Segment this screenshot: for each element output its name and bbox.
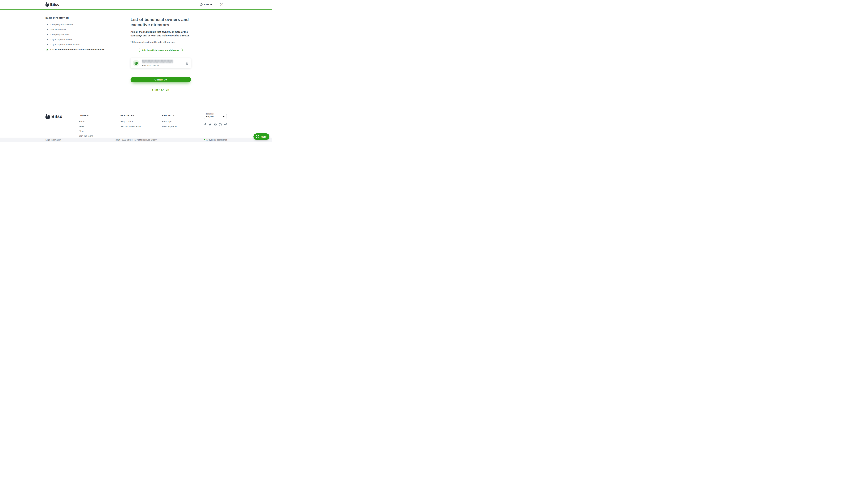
social-links <box>204 123 227 126</box>
bitso-logo-icon <box>45 114 50 119</box>
step-dot-icon <box>47 29 48 30</box>
youtube-icon[interactable] <box>214 123 217 126</box>
footer-link-api-documentation[interactable]: API Documentation <box>121 125 162 128</box>
footer-heading-products: PRODUCTS <box>162 114 204 116</box>
form-content: List of beneficial owners and executive … <box>130 17 191 109</box>
continue-button[interactable]: Continue <box>130 77 191 82</box>
steps-sidebar: BASIC INFORMATION Company information Mo… <box>45 17 130 109</box>
page-description: Add all the individuals that own 0% or m… <box>130 30 191 37</box>
footer-heading-company: COMPANY <box>79 114 121 116</box>
description-bold: all the individuals that own 0% or more … <box>130 31 190 37</box>
instagram-icon[interactable] <box>219 123 222 126</box>
bitso-logo-text: Bitso <box>50 2 60 7</box>
footer-link-home[interactable]: Home <box>79 120 121 123</box>
language-select-value: English <box>206 115 213 118</box>
active-step-arrow-icon <box>47 49 48 51</box>
facebook-icon[interactable] <box>204 123 207 126</box>
avatar <box>133 60 139 66</box>
question-mark-icon: ? <box>256 135 259 138</box>
footer-column-company: COMPANY Home Fees Blog Join the team <box>79 114 121 139</box>
language-switcher[interactable]: ENG <box>200 3 212 6</box>
chevron-down-icon <box>210 4 212 5</box>
footer-heading-resources: RESOURCES <box>121 114 162 116</box>
footer-link-bitso-app[interactable]: Bitso App <box>162 120 204 123</box>
page-title: List of beneficial owners and executive … <box>130 17 191 28</box>
step-dot-icon <box>47 24 48 25</box>
footer-language-select[interactable]: Language English <box>204 114 227 119</box>
footer-bitso-logo[interactable]: Bitso <box>45 114 79 119</box>
footer-logo-text: Bitso <box>51 114 63 119</box>
footer-right-column: Language English <box>204 114 227 126</box>
ownership-note: *If they own less than 0%, add at least … <box>130 41 191 43</box>
sidebar-item-company-information[interactable]: Company information <box>45 22 130 27</box>
sidebar-item-beneficial-owners[interactable]: List of beneficial owners and executive … <box>45 47 130 52</box>
description-prefix: Add <box>130 31 136 33</box>
footer-link-blog[interactable]: Blog <box>79 130 121 132</box>
telegram-icon[interactable] <box>224 123 227 126</box>
step-dot-icon <box>47 44 48 45</box>
step-dot-icon <box>47 39 48 40</box>
person-info: Executive director <box>142 60 186 67</box>
sidebar-item-mobile-number[interactable]: Mobile number <box>45 27 130 32</box>
person-card: Executive director <box>130 58 191 68</box>
finish-later-link[interactable]: FINISH LATER <box>130 89 191 91</box>
footer-link-help-center[interactable]: Help Center <box>121 120 162 123</box>
delete-person-button[interactable] <box>186 61 189 65</box>
chevron-down-icon <box>223 116 224 117</box>
footer-link-bitso-alpha-pro[interactable]: Bitso Alpha Pro <box>162 125 204 128</box>
copyright-text: 2014 - 2022 ©Bitso - all rights reserved… <box>45 139 227 141</box>
language-code-label: ENG <box>204 3 209 6</box>
sidebar-item-company-address[interactable]: Company address <box>45 32 130 37</box>
main-area: BASIC INFORMATION Company information Mo… <box>45 10 227 109</box>
header-help-button[interactable]: ? <box>220 3 223 6</box>
step-dot-icon <box>47 34 48 35</box>
footer-link-fees[interactable]: Fees <box>79 125 121 128</box>
steps-heading: BASIC INFORMATION <box>45 17 130 19</box>
header-actions: ENG ? <box>200 3 227 6</box>
help-fab-button[interactable]: ? Help <box>253 134 270 140</box>
question-mark-icon: ? <box>221 3 222 6</box>
bitso-logo[interactable]: Bitso <box>45 2 60 7</box>
system-status: All systems operational <box>204 139 227 141</box>
user-circle-icon <box>134 61 138 65</box>
footer-column-resources: RESOURCES Help Center API Documentation <box>121 114 162 130</box>
trash-icon <box>186 61 189 65</box>
globe-icon <box>200 3 203 6</box>
person-role: Executive director <box>142 64 186 67</box>
bitso-logo-icon <box>45 2 49 7</box>
redacted-name <box>142 60 173 63</box>
sidebar-item-legal-representative[interactable]: Legal representative <box>45 37 130 42</box>
footer: Bitso COMPANY Home Fees Blog Join the te… <box>0 109 272 138</box>
add-beneficial-owners-button[interactable]: Add beneficial owners and director <box>139 48 183 52</box>
footer-link-join-the-team[interactable]: Join the team <box>79 135 121 137</box>
top-nav: Bitso ENG ? <box>0 0 272 10</box>
language-select-label: Language <box>206 113 215 115</box>
help-fab-label: Help <box>261 135 266 138</box>
legal-information-link[interactable]: Legal Information <box>45 139 61 141</box>
twitter-icon[interactable] <box>209 123 212 126</box>
status-dot-icon <box>204 139 205 140</box>
bottom-bar: 2014 - 2022 ©Bitso - all rights reserved… <box>0 138 272 142</box>
sidebar-item-legal-representative-address[interactable]: Legal representative address <box>45 42 130 47</box>
status-text: All systems operational <box>206 139 227 141</box>
footer-column-products: PRODUCTS Bitso App Bitso Alpha Pro <box>162 114 204 130</box>
footer-logo-column: Bitso <box>45 114 79 119</box>
